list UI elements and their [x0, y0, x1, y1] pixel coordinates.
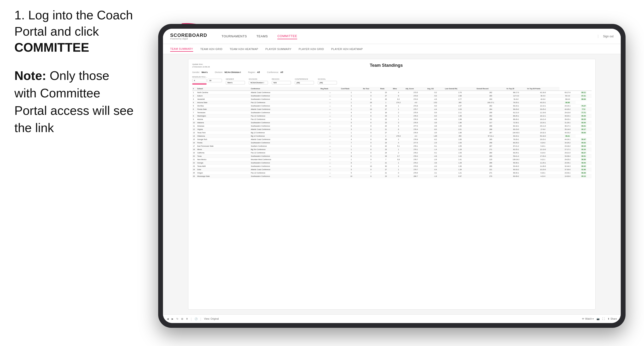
cell-value: 259: [444, 135, 476, 138]
cell-value: 17-9-0: [526, 128, 560, 131]
cell-value: 10-30-0: [560, 175, 576, 178]
cell-value: 15-32-2: [526, 131, 560, 135]
cell-value: 6.2: [392, 98, 405, 101]
cell-value: 1: [392, 161, 405, 165]
cell-value: 109-24-2: [506, 158, 526, 161]
cell-value: 83-25-1: [506, 151, 526, 155]
cell-value: 29-21-0: [560, 151, 576, 155]
cell-value: 9: [362, 158, 380, 161]
cell-value: 4: [340, 111, 362, 114]
cell-value: —: [320, 141, 340, 145]
cell-value: 2.88: [444, 94, 476, 98]
cell-value: 5: [340, 121, 362, 124]
cell-value: 5.1: [392, 145, 405, 148]
cell-value: 1: [392, 104, 405, 108]
col-conference: Conference: [250, 87, 320, 91]
control-min-rounds: Minimum Rou... 4 30: [192, 76, 222, 84]
cell-value: 10: [362, 108, 380, 111]
cell-value: 32-44-3: [560, 165, 576, 168]
cell-value: 279.1: [405, 148, 426, 151]
tab-team-h2h-heatmap[interactable]: TEAM H2H HEATMAP: [230, 47, 258, 51]
cell-value: 39-23-1: [560, 118, 576, 121]
cell-value: 6: [362, 111, 380, 114]
cell-rank: 20: [192, 155, 196, 158]
tab-player-h2h-grid[interactable]: PLAYER H2H GRID: [299, 47, 324, 51]
cell-value: 275.9: [405, 111, 426, 114]
cell-value: —: [320, 138, 340, 141]
cell-conference: Pac-12 Conference: [250, 118, 320, 121]
toolbar-sep2: |: [200, 317, 201, 321]
cell-value: 1: [340, 145, 362, 148]
toolbar-reload[interactable]: ↻: [176, 318, 178, 320]
tab-team-h2h-grid[interactable]: TEAM H2H GRID: [200, 47, 223, 51]
toolbar-clock[interactable]: 🕐: [194, 318, 198, 320]
toolbar-screenshot[interactable]: 📷: [596, 318, 600, 320]
cell-value: 68.42: [576, 165, 592, 168]
cell-value: 3: [392, 124, 405, 128]
min-rounds-min-input[interactable]: 4: [192, 79, 206, 82]
region-select[interactable]: N/A: [272, 81, 291, 84]
cell-conference: Big Ten Conference: [250, 148, 320, 151]
toolbar-forward[interactable]: ▶: [172, 318, 174, 320]
cell-value: -4.0: [405, 101, 426, 104]
cell-value: 0: [392, 171, 405, 175]
cell-value: 66.91: [576, 155, 592, 158]
toolbar-share[interactable]: ⬆Share: [608, 318, 617, 320]
tab-team-summary[interactable]: TEAM SUMMARY: [170, 46, 193, 52]
toolbar-share-tool[interactable]: ⬆: [186, 318, 188, 320]
cell-value: 9: [340, 165, 362, 168]
cell-value: 2: [340, 98, 362, 101]
tab-player-summary[interactable]: PLAYER SUMMARY: [265, 47, 292, 51]
cell-value: 5: [340, 171, 362, 175]
cell-value: 86.64: [576, 98, 592, 101]
cell-value: 1.63: [444, 141, 476, 145]
cell-value: 2: [340, 114, 362, 118]
cell-value: 273.6: [405, 94, 426, 98]
min-rounds-max-input[interactable]: 30: [208, 79, 222, 82]
nav-tournaments[interactable]: TOURNAMENTS: [222, 33, 247, 39]
tab-player-h2h-heatmap[interactable]: PLAYER H2H HEATMAP: [331, 47, 363, 51]
cell-rank: 3: [192, 98, 196, 101]
nav-committee[interactable]: COMMITTEE: [277, 33, 297, 39]
col-rnds: Rnds: [380, 87, 392, 91]
cell-value: 280.7: [405, 175, 426, 178]
gender-select[interactable]: Men's: [226, 81, 245, 84]
nav-teams[interactable]: TEAMS: [256, 33, 268, 39]
toolbar-watch[interactable]: 👁Watch ▾: [582, 318, 594, 320]
toolbar-view[interactable]: View: Original: [204, 318, 219, 320]
school-select[interactable]: (All): [318, 81, 337, 84]
sign-out-button[interactable]: Sign out: [598, 35, 614, 38]
toolbar-back[interactable]: ◀: [167, 318, 169, 320]
cell-value: -3.8: [426, 124, 444, 128]
division-select[interactable]: NCAA Division I: [249, 81, 268, 84]
cell-value: 72-30-1: [506, 121, 526, 124]
conference-select[interactable]: (All): [295, 81, 314, 84]
cell-value: 1: [392, 168, 405, 171]
cell-school: Georgia Tech: [196, 138, 250, 141]
cell-value: 279.9: [405, 165, 426, 168]
cell-value: 279.7: [405, 168, 426, 171]
cell-value: 33-38-4: [560, 155, 576, 158]
cell-value: 273.5: [405, 91, 426, 94]
cell-value: 13-24-1: [526, 121, 560, 124]
toolbar-fullscreen[interactable]: ⛶: [602, 318, 605, 320]
cell-value: 21: [380, 171, 392, 175]
cell-value: 2.01: [444, 128, 476, 131]
cell-value: 1: [392, 114, 405, 118]
points-badge: 60.21: [565, 135, 570, 137]
range-slider[interactable]: [192, 84, 206, 84]
cell-rank: 8: [192, 114, 196, 118]
tablet-frame: SCOREBOARD Powered by clippd TOURNAMENTS…: [158, 24, 626, 328]
sub-nav: TEAM SUMMARY TEAM H2H GRID TEAM H2H HEAT…: [163, 44, 621, 54]
cell-value: 1: [340, 94, 362, 98]
cell-value: 62.98: [576, 168, 592, 171]
cell-value: 268: [476, 128, 506, 131]
cell-value: 1.21: [444, 171, 476, 175]
table-row: 6Florida StateAtlantic Coast Conference—…: [192, 108, 592, 111]
toolbar-bookmark[interactable]: ⊞: [181, 318, 183, 320]
cell-value: -3.5: [426, 131, 444, 135]
cell-value: -3.6: [426, 121, 444, 124]
col-wins: Wins: [392, 87, 405, 91]
cell-value: 1.30: [444, 165, 476, 168]
cell-value: 262: [476, 91, 506, 94]
